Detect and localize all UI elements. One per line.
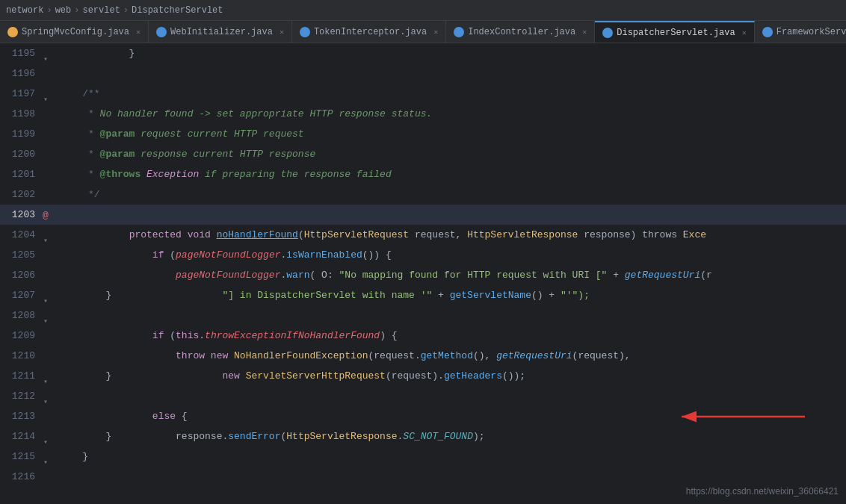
code-line-1211: 1211 ▾ } bbox=[0, 366, 846, 386]
code-line-1212: 1212 ▾ else { bbox=[0, 386, 846, 406]
red-arrow bbox=[674, 408, 809, 426]
code-line-1209: 1209 throw new NoHandlerFoundException(r… bbox=[0, 326, 846, 346]
code-line-1206: 1206 "] in DispatcherServlet with name '… bbox=[0, 265, 846, 285]
tab-icon-dispatcher bbox=[602, 28, 613, 38]
tab-icon-framework bbox=[762, 27, 773, 37]
tab-close-dispatcher[interactable]: ✕ bbox=[742, 28, 747, 37]
tab-web-initializer[interactable]: WebInitializer.java ✕ bbox=[149, 21, 292, 43]
code-line-1216: 1216 bbox=[0, 467, 846, 487]
fold-icon-1207[interactable]: ▾ bbox=[43, 291, 52, 300]
fold-icon-1212[interactable]: ▾ bbox=[43, 392, 52, 401]
fold-icon-1214[interactable]: ▾ bbox=[43, 432, 52, 441]
code-line-1195: 1195 ▾ } bbox=[0, 43, 846, 63]
code-line-1199: 1199 * @param request current HTTP reque… bbox=[0, 124, 846, 144]
fold-icon-1208[interactable]: ▾ bbox=[43, 311, 52, 320]
fold-icon-1215[interactable]: ▾ bbox=[43, 452, 52, 461]
tab-close-index[interactable]: ✕ bbox=[582, 28, 587, 37]
at-marker: @ bbox=[43, 205, 49, 225]
tab-icon-index bbox=[454, 27, 464, 37]
breadcrumb-servlet[interactable]: servlet bbox=[82, 5, 120, 16]
code-line-1197: 1197 ▾ /** bbox=[0, 84, 846, 104]
code-line-1207: 1207 ▾ } bbox=[0, 285, 846, 305]
fold-icon-1204[interactable]: ▾ bbox=[43, 231, 52, 240]
breadcrumb-network[interactable]: network bbox=[6, 5, 43, 16]
tab-icon-spring-mvc bbox=[7, 27, 18, 37]
code-line-1210: 1210 new ServletServerHttpRequest(reques… bbox=[0, 346, 846, 366]
code-line-1203: 1203 @ protected void noHandlerFound(Htt… bbox=[0, 205, 846, 225]
code-line-1196: 1196 bbox=[0, 63, 846, 84]
tab-framework-servlet[interactable]: FrameworkServlet.java ✕ bbox=[755, 21, 846, 43]
code-line-1201: 1201 * @throws Exception if preparing th… bbox=[0, 164, 846, 184]
code-line-1202: 1202 */ bbox=[0, 184, 846, 205]
code-container: 1195 ▾ } 1196 1197 ▾ /** 1198 * No handl… bbox=[0, 43, 846, 504]
tab-spring-mvc[interactable]: SpringMvcConfig.java ✕ bbox=[0, 21, 149, 43]
tab-close-token[interactable]: ✕ bbox=[433, 28, 438, 37]
code-line-1200: 1200 * @param response current HTTP resp… bbox=[0, 144, 846, 164]
code-line-1205: 1205 pageNotFoundLogger.warn( O: "No map… bbox=[0, 245, 846, 265]
tab-icon-web-init bbox=[156, 27, 167, 37]
code-line-1204: 1204 ▾ if (pageNotFoundLogger.isWarnEnab… bbox=[0, 225, 846, 245]
watermark: https://blog.csdn.net/weixin_36066421 bbox=[686, 486, 839, 497]
tab-close-web-init[interactable]: ✕ bbox=[280, 28, 284, 37]
fold-icon-1211[interactable]: ▾ bbox=[43, 372, 52, 381]
code-line-1213: 1213 response.sendError(HttpServletRespo… bbox=[0, 406, 846, 426]
fold-icon-1195[interactable]: ▾ bbox=[43, 49, 52, 58]
breadcrumb-bar: network › web › servlet › DispatcherServ… bbox=[0, 0, 846, 21]
tab-token-interceptor[interactable]: TokenInterceptor.java ✕ bbox=[292, 21, 446, 43]
code-line-1208: 1208 ▾ if (this.throwExceptionIfNoHandle… bbox=[0, 305, 846, 326]
tab-icon-token bbox=[300, 27, 310, 37]
code-line-1215: 1215 ▾ } bbox=[0, 447, 846, 467]
tab-dispatcher-servlet[interactable]: DispatcherServlet.java ✕ bbox=[595, 21, 754, 43]
editor-area: 1195 ▾ } 1196 1197 ▾ /** 1198 * No handl… bbox=[0, 43, 846, 504]
breadcrumb-file[interactable]: DispatcherServlet bbox=[132, 5, 223, 16]
code-line-1198: 1198 * No handler found -> set appropria… bbox=[0, 104, 846, 124]
breadcrumb-web[interactable]: web bbox=[55, 5, 72, 16]
tab-index-controller[interactable]: IndexController.java ✕ bbox=[446, 21, 595, 43]
tab-bar: SpringMvcConfig.java ✕ WebInitializer.ja… bbox=[0, 21, 846, 43]
tab-close-spring-mvc[interactable]: ✕ bbox=[136, 28, 141, 37]
arrow-svg bbox=[674, 408, 809, 426]
fold-icon-1197[interactable]: ▾ bbox=[43, 90, 52, 99]
